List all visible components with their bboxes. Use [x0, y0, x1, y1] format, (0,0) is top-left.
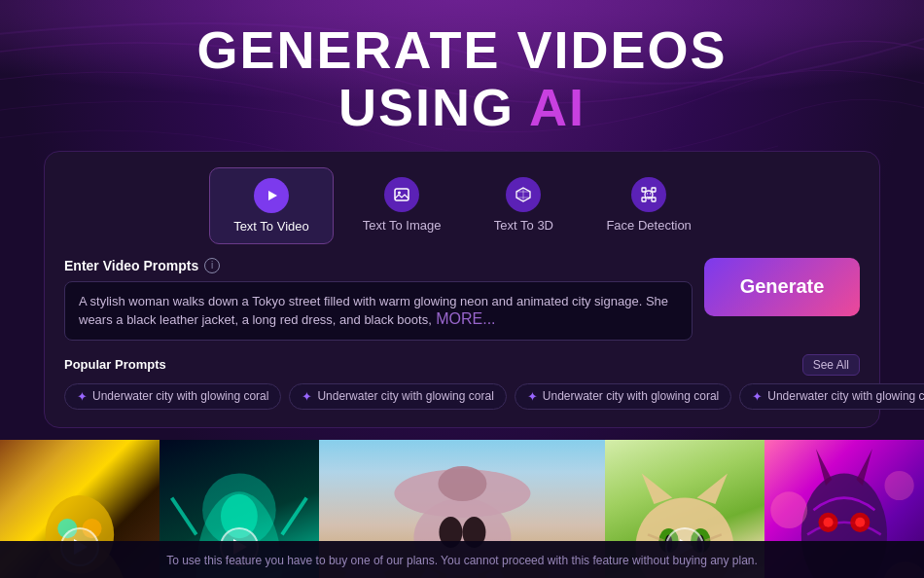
bottom-bar: To use this feature you have to buy one …: [0, 541, 924, 578]
hero-line1: GENERATE VIDEOS: [196, 21, 727, 79]
tab-panel: Text To Video Text To Image: [44, 151, 880, 428]
popular-prompt-chip[interactable]: ✦Underwater city with glowing coral: [515, 383, 731, 410]
prompt-label: Enter Video Prompts: [64, 258, 198, 273]
tab-text-to-video-label: Text To Video: [233, 219, 309, 234]
text-to-image-icon: [384, 177, 419, 212]
prompt-box[interactable]: A stylish woman walks down a Tokyo stree…: [64, 281, 693, 341]
chip-label: Underwater city with glowing coral: [317, 389, 493, 403]
tab-text-to-3d-label: Text To 3D: [494, 218, 553, 233]
svg-point-9: [650, 193, 651, 194]
popular-label: Popular Prompts: [64, 357, 166, 372]
popular-header: Popular Prompts See All: [64, 354, 860, 376]
svg-marker-29: [642, 473, 672, 503]
popular-prompt-chip[interactable]: ✦Underwater city with glowing coral: [64, 383, 281, 410]
tab-face-detection-label: Face Detection: [606, 218, 691, 233]
chip-star-icon: ✦: [77, 389, 88, 404]
hero-title: GENERATE VIDEOS USING AI: [196, 21, 727, 137]
svg-point-43: [855, 518, 865, 527]
svg-line-18: [282, 497, 306, 534]
svg-rect-3: [642, 188, 646, 192]
prompt-left: Enter Video Prompts i A stylish woman wa…: [64, 258, 693, 341]
chip-star-icon: ✦: [302, 389, 312, 404]
popular-prompt-chip[interactable]: ✦Underwater city with glowing coral: [739, 383, 924, 410]
svg-line-17: [171, 497, 195, 534]
popular-section: Popular Prompts See All ✦Underwater city…: [64, 354, 860, 410]
prompts-chips: ✦Underwater city with glowing coral✦Unde…: [64, 383, 860, 410]
face-detection-icon: [631, 177, 666, 212]
svg-rect-4: [652, 188, 656, 192]
svg-point-45: [885, 471, 914, 500]
hero-line2: USING AI: [196, 79, 727, 136]
svg-rect-6: [652, 198, 656, 201]
tab-text-to-video[interactable]: Text To Video: [209, 167, 334, 244]
chip-star-icon: ✦: [527, 389, 538, 404]
chip-label: Underwater city with glowing coral: [92, 389, 268, 403]
see-all-button[interactable]: See All: [802, 354, 860, 376]
hero-line2-prefix: USING: [338, 78, 529, 136]
chip-label: Underwater city with glowing coral: [543, 389, 719, 403]
info-icon[interactable]: i: [204, 258, 220, 273]
prompt-text: A stylish woman walks down a Tokyo stree…: [79, 294, 668, 328]
tab-text-to-image-label: Text To Image: [363, 218, 442, 233]
tab-face-detection[interactable]: Face Detection: [583, 167, 714, 244]
svg-rect-1: [395, 189, 409, 200]
tab-text-to-image[interactable]: Text To Image: [339, 167, 465, 244]
svg-point-21: [438, 466, 486, 501]
chip-star-icon: ✦: [752, 389, 763, 404]
prompt-more[interactable]: MORE...: [436, 310, 495, 327]
svg-point-2: [398, 191, 401, 194]
text-to-video-icon: [254, 178, 289, 213]
svg-point-8: [647, 193, 648, 194]
svg-point-44: [771, 491, 808, 528]
svg-marker-30: [697, 473, 728, 503]
chip-label: Underwater city with glowing coral: [767, 389, 924, 403]
svg-point-42: [824, 518, 834, 527]
prompt-label-row: Enter Video Prompts i: [64, 258, 693, 273]
generate-button[interactable]: Generate: [704, 258, 860, 316]
bottom-text: To use this feature you have to buy one …: [166, 554, 758, 567]
tab-text-to-3d[interactable]: Text To 3D: [470, 167, 577, 244]
svg-rect-5: [642, 198, 646, 201]
popular-prompt-chip[interactable]: ✦Underwater city with glowing coral: [289, 383, 506, 410]
svg-marker-0: [268, 191, 277, 200]
text-to-3d-icon: [506, 177, 541, 212]
prompt-section: Enter Video Prompts i A stylish woman wa…: [64, 258, 860, 341]
hero-ai: AI: [529, 78, 586, 136]
tabs-row: Text To Video Text To Image: [64, 167, 860, 244]
